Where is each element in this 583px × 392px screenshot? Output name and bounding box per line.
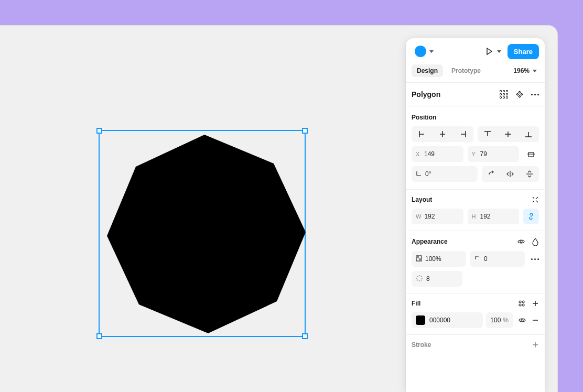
height-field[interactable]: H 192 bbox=[468, 209, 520, 224]
width-field[interactable]: W 192 bbox=[412, 209, 463, 224]
svg-point-24 bbox=[419, 280, 420, 281]
svg-point-35 bbox=[521, 319, 523, 321]
align-horizontal-group bbox=[412, 126, 473, 142]
svg-point-26 bbox=[421, 276, 422, 277]
fill-visibility-icon[interactable] bbox=[518, 316, 526, 324]
fill-swatch bbox=[416, 315, 425, 325]
selection-box[interactable] bbox=[99, 130, 306, 337]
tab-prototype[interactable]: Prototype bbox=[446, 64, 486, 77]
svg-point-32 bbox=[522, 304, 524, 306]
height-value: 192 bbox=[480, 213, 491, 220]
resize-handle-bottom-right[interactable] bbox=[302, 333, 308, 339]
section-title: Stroke bbox=[412, 341, 431, 349]
rotation-field[interactable]: 0° bbox=[412, 166, 478, 182]
zoom-value: 196% bbox=[513, 67, 530, 74]
layout-section: Layout W 192 H 192 bbox=[406, 190, 545, 231]
object-name: Polygon bbox=[412, 90, 440, 99]
svg-point-21 bbox=[419, 275, 420, 276]
app-window: Share Design Prototype 196% Polygon bbox=[0, 25, 558, 392]
section-title: Appearance bbox=[412, 238, 448, 245]
svg-point-22 bbox=[416, 278, 417, 279]
opacity-value: 100% bbox=[425, 255, 441, 263]
add-stroke-icon[interactable] bbox=[532, 341, 539, 349]
width-value: 192 bbox=[424, 213, 435, 220]
y-field[interactable]: Y 79 bbox=[468, 146, 520, 162]
flip-group bbox=[482, 166, 539, 182]
flip-horizontal-button[interactable] bbox=[501, 166, 520, 182]
align-right-button[interactable] bbox=[452, 126, 473, 142]
x-field[interactable]: X 149 bbox=[412, 146, 463, 162]
chevron-down-icon bbox=[533, 70, 537, 72]
polygon-sides-icon bbox=[416, 275, 423, 283]
polygon-shape[interactable] bbox=[100, 131, 307, 338]
corner-value: 0 bbox=[484, 255, 488, 263]
y-value: 79 bbox=[480, 150, 487, 158]
x-value: 149 bbox=[424, 150, 435, 158]
svg-point-17 bbox=[520, 241, 522, 243]
chevron-down-icon bbox=[429, 50, 434, 53]
constrain-proportions-button[interactable] bbox=[523, 209, 539, 224]
align-top-button[interactable] bbox=[478, 126, 498, 142]
rotate-90-button[interactable] bbox=[482, 166, 501, 182]
absolute-position-button[interactable] bbox=[523, 146, 539, 162]
fill-section: Fill 000000 100 % bbox=[406, 293, 545, 334]
present-button[interactable] bbox=[481, 45, 504, 58]
sides-value: 8 bbox=[426, 275, 430, 282]
visibility-icon[interactable] bbox=[517, 237, 525, 246]
fill-hex: 000000 bbox=[429, 317, 450, 324]
page-color-button[interactable] bbox=[412, 43, 437, 59]
object-header: Polygon bbox=[406, 83, 545, 106]
sides-field[interactable]: 8 bbox=[412, 271, 462, 287]
flip-vertical-button[interactable] bbox=[520, 166, 539, 182]
svg-point-31 bbox=[519, 304, 521, 306]
tab-bar: Design Prototype 196% bbox=[406, 64, 545, 82]
section-title: Fill bbox=[412, 300, 420, 307]
play-icon bbox=[484, 47, 494, 56]
appearance-section: Appearance 100% 0 bbox=[406, 231, 545, 293]
svg-point-29 bbox=[519, 301, 521, 303]
corner-icon bbox=[474, 255, 481, 263]
align-bottom-button[interactable] bbox=[519, 126, 539, 142]
zoom-control[interactable]: 196% bbox=[511, 65, 539, 77]
styles-icon[interactable] bbox=[518, 300, 525, 307]
share-button[interactable]: Share bbox=[508, 44, 539, 59]
blend-mode-icon[interactable] bbox=[532, 237, 539, 246]
share-button-label: Share bbox=[514, 48, 533, 56]
fill-color-field[interactable]: 000000 bbox=[412, 312, 483, 328]
angle-icon bbox=[416, 170, 422, 178]
fill-opacity-field[interactable]: 100 % bbox=[486, 312, 513, 328]
section-title: Layout bbox=[412, 196, 432, 203]
rotation-value: 0° bbox=[425, 170, 431, 178]
resize-handle-bottom-left[interactable] bbox=[96, 333, 102, 339]
page-color-swatch bbox=[415, 46, 426, 57]
stroke-section: Stroke bbox=[406, 335, 545, 355]
autolayout-collapse-icon[interactable] bbox=[532, 196, 539, 203]
svg-point-25 bbox=[417, 276, 418, 277]
svg-rect-19 bbox=[416, 256, 419, 258]
component-icon[interactable] bbox=[515, 90, 524, 99]
svg-point-28 bbox=[421, 280, 422, 281]
align-hcenter-button[interactable] bbox=[432, 126, 452, 142]
more-icon[interactable] bbox=[531, 258, 539, 260]
fill-opacity-value: 100 bbox=[490, 317, 501, 324]
svg-point-23 bbox=[422, 278, 423, 279]
svg-point-27 bbox=[417, 280, 418, 281]
component-grid-icon[interactable] bbox=[500, 90, 508, 99]
resize-handle-top-left[interactable] bbox=[96, 128, 102, 134]
section-title: Position bbox=[412, 114, 436, 121]
svg-point-30 bbox=[522, 301, 524, 303]
add-fill-icon[interactable] bbox=[532, 300, 539, 307]
opacity-field[interactable]: 100% bbox=[412, 251, 466, 267]
tab-design[interactable]: Design bbox=[412, 64, 443, 77]
corner-radius-field[interactable]: 0 bbox=[470, 251, 525, 267]
align-left-button[interactable] bbox=[412, 126, 432, 142]
align-vcenter-button[interactable] bbox=[498, 126, 519, 142]
svg-rect-20 bbox=[419, 258, 422, 261]
opacity-icon bbox=[416, 255, 422, 263]
align-vertical-group bbox=[478, 126, 539, 142]
inspector-panel: Share Design Prototype 196% Polygon bbox=[406, 38, 545, 392]
remove-fill-icon[interactable] bbox=[532, 317, 539, 324]
more-icon[interactable] bbox=[531, 94, 539, 95]
position-section: Position X 149 bbox=[406, 106, 545, 189]
resize-handle-top-right[interactable] bbox=[302, 128, 308, 134]
